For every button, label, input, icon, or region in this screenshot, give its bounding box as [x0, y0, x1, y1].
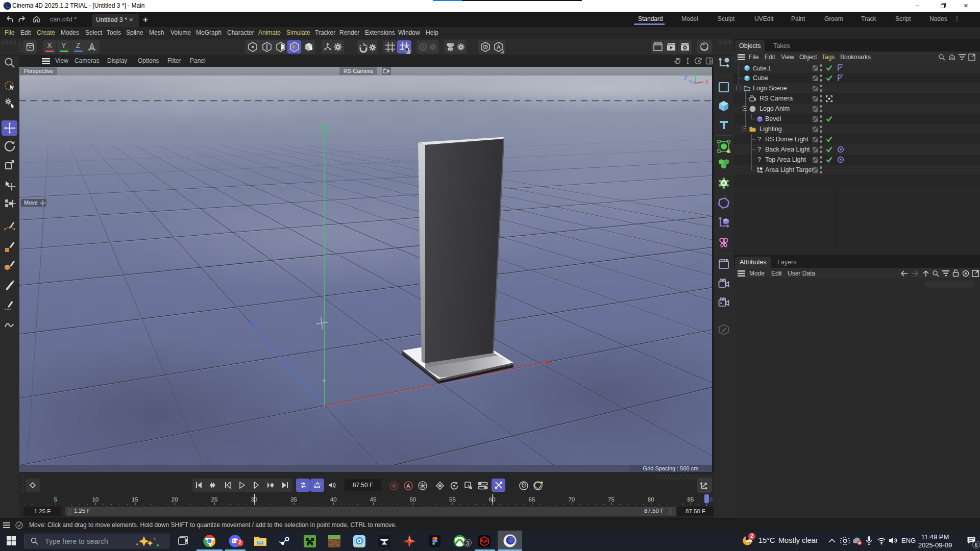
- svg-text:Z: Z: [684, 76, 687, 81]
- svg-text:X: X: [705, 80, 709, 85]
- svg-text:Y: Y: [694, 68, 697, 73]
